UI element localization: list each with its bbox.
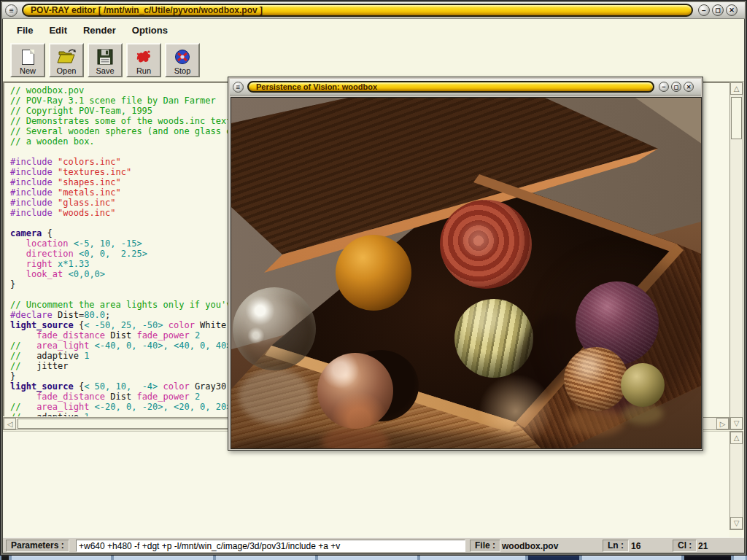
taskbar-button[interactable] bbox=[582, 556, 681, 560]
scroll-up-icon[interactable]: △ bbox=[730, 432, 743, 444]
run-button[interactable]: Run bbox=[126, 43, 161, 77]
taskbar-button[interactable] bbox=[318, 556, 417, 560]
open-folder-icon bbox=[57, 47, 76, 66]
window-title: POV-RAY editor [ /mnt/win_c/Utile/pyvon/… bbox=[31, 5, 263, 15]
save-floppy-icon bbox=[97, 47, 113, 66]
statusbar: Parameters : File : woodbox.pov Ln : 16 … bbox=[3, 537, 744, 553]
taskbar-button[interactable] bbox=[1, 556, 9, 560]
editor-vscrollbar[interactable]: △ ▽ bbox=[729, 82, 743, 430]
save-button[interactable]: Save bbox=[88, 43, 123, 77]
scroll-right-icon[interactable]: ▷ bbox=[716, 418, 729, 429]
titlebar[interactable]: ≡ POV-RAY editor [ /mnt/win_c/Utile/pyvo… bbox=[2, 2, 745, 19]
stop-povray-icon bbox=[174, 47, 191, 66]
minimize-button[interactable]: − bbox=[698, 4, 710, 16]
editor-vscroll-thumb[interactable] bbox=[731, 97, 742, 139]
maximize-icon: ◻ bbox=[674, 84, 679, 90]
small-oak-sphere bbox=[564, 347, 628, 411]
run-povray-icon bbox=[135, 47, 152, 66]
window-title-pill: POV-RAY editor [ /mnt/win_c/Utile/pyvon/… bbox=[22, 4, 693, 17]
render-window-menu-button[interactable]: ≡ bbox=[233, 82, 244, 93]
menu-edit[interactable]: Edit bbox=[47, 23, 69, 37]
window-controls: − ◻ ✕ bbox=[698, 4, 738, 16]
close-icon: ✕ bbox=[729, 7, 735, 14]
render-window-controls: − ◻ ✕ bbox=[659, 82, 694, 92]
parameters-label: Parameters : bbox=[6, 540, 69, 552]
maximize-icon: ◻ bbox=[715, 7, 720, 14]
scroll-up-icon[interactable]: △ bbox=[730, 82, 743, 95]
new-file-icon bbox=[22, 47, 34, 66]
amber-wood-sphere bbox=[336, 235, 411, 311]
render-window[interactable]: ≡ Persistence of Vision: woodbox − ◻ ✕ bbox=[228, 77, 703, 451]
taskbar-button-active[interactable] bbox=[528, 556, 579, 560]
close-button[interactable]: ✕ bbox=[684, 82, 694, 92]
render-title-pill: Persistence of Vision: woodbox bbox=[247, 81, 654, 93]
copper-sphere bbox=[317, 353, 393, 429]
open-button-label: Open bbox=[57, 66, 77, 75]
maximize-button[interactable]: ◻ bbox=[712, 4, 724, 16]
line-value: 16 bbox=[631, 541, 640, 551]
menu-options[interactable]: Options bbox=[130, 23, 170, 37]
open-button[interactable]: Open bbox=[49, 43, 84, 77]
red-ringed-wood-sphere bbox=[440, 200, 532, 289]
save-button-label: Save bbox=[96, 66, 114, 75]
toolbar: New Open bbox=[3, 40, 744, 82]
stop-button[interactable]: Stop bbox=[165, 43, 200, 77]
minimize-icon: − bbox=[702, 7, 706, 15]
scroll-down-icon[interactable]: ▽ bbox=[730, 517, 743, 529]
render-titlebar[interactable]: ≡ Persistence of Vision: woodbox − ◻ ✕ bbox=[230, 79, 701, 96]
taskbar-button[interactable] bbox=[12, 556, 111, 560]
small-olive-sphere bbox=[621, 363, 665, 407]
scroll-left-icon[interactable]: ◁ bbox=[4, 418, 16, 429]
menu-file[interactable]: File bbox=[15, 23, 35, 37]
new-button[interactable]: New bbox=[10, 43, 45, 77]
stop-button-label: Stop bbox=[174, 66, 191, 75]
oak-sphere-reflection bbox=[567, 407, 625, 436]
window-menu-icon: ≡ bbox=[9, 6, 13, 15]
render-image-frame bbox=[231, 97, 702, 449]
scroll-down-icon[interactable]: ▽ bbox=[730, 417, 743, 429]
run-button-label: Run bbox=[136, 66, 151, 75]
line-label: Ln : bbox=[603, 540, 629, 552]
parameters-input[interactable] bbox=[76, 540, 465, 552]
menubar: File Edit Render Options bbox=[3, 20, 744, 40]
column-label: Cl : bbox=[673, 540, 697, 552]
file-value: woodbox.pov bbox=[502, 541, 558, 551]
minimize-icon: − bbox=[662, 83, 665, 90]
column-value: 21 bbox=[698, 541, 708, 551]
close-icon: ✕ bbox=[686, 84, 692, 90]
render-image bbox=[231, 98, 701, 448]
taskbar-button[interactable] bbox=[420, 556, 525, 560]
close-button[interactable]: ✕ bbox=[726, 4, 738, 16]
window-menu-button[interactable]: ≡ bbox=[5, 4, 18, 17]
maximize-button[interactable]: ◻ bbox=[671, 82, 681, 92]
glass-sphere-reflection bbox=[239, 369, 311, 424]
taskbar-button[interactable] bbox=[114, 556, 213, 560]
taskbar-sliver bbox=[0, 556, 747, 560]
window-menu-icon: ≡ bbox=[236, 83, 241, 91]
render-window-title: Persistence of Vision: woodbox bbox=[256, 82, 377, 91]
new-button-label: New bbox=[20, 66, 36, 75]
panel-vscrollbar[interactable]: △ ▽ bbox=[729, 431, 743, 530]
minimize-button[interactable]: − bbox=[659, 82, 669, 92]
taskbar-button[interactable] bbox=[684, 556, 731, 560]
taskbar-button[interactable] bbox=[734, 556, 746, 560]
menu-render[interactable]: Render bbox=[81, 23, 118, 37]
file-label: File : bbox=[470, 540, 500, 552]
taskbar-button[interactable] bbox=[216, 556, 315, 560]
glass-sphere bbox=[233, 287, 316, 370]
